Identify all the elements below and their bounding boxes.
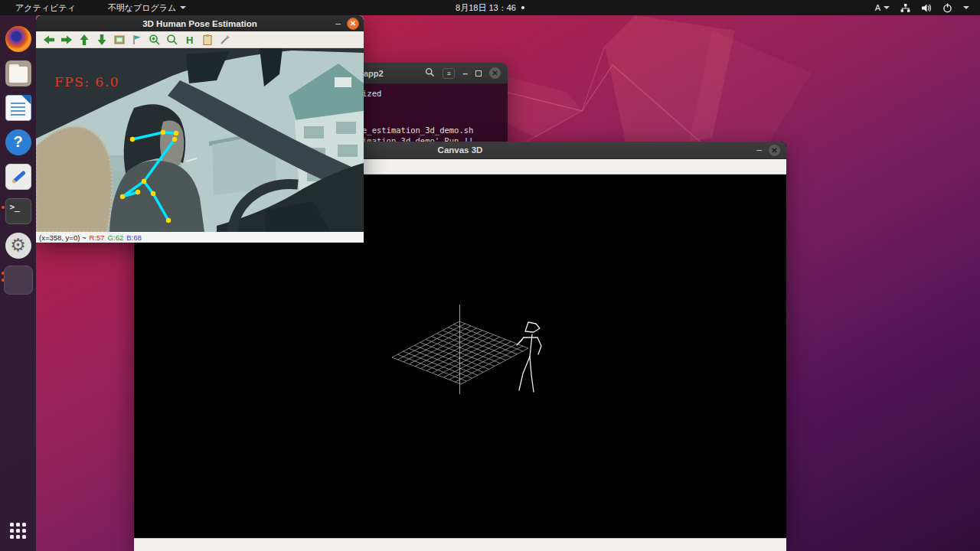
zoom-reset-icon[interactable]: [165, 33, 178, 46]
flag-icon[interactable]: [130, 33, 143, 46]
save-icon[interactable]: H: [183, 33, 196, 46]
maximize-button[interactable]: [475, 70, 482, 77]
show-apps-dot: [16, 529, 20, 533]
settings-launcher[interactable]: [0, 228, 36, 262]
minimize-button[interactable]: –: [756, 145, 762, 155]
pose-title: 3D Human Pose Estimation: [36, 19, 364, 28]
arrow-down-icon[interactable]: [95, 33, 108, 46]
fps-label: FPS: 6.0: [54, 74, 119, 90]
show-apps-dot: [16, 535, 20, 539]
show-apps-dot: [16, 523, 20, 527]
firefox-icon: [5, 26, 31, 52]
desktop: アクティビティ 不明なプログラム 8月18日 13：46 A: [0, 0, 980, 551]
dock-items: [0, 21, 36, 297]
top-bar: アクティビティ 不明なプログラム 8月18日 13：46 A: [0, 0, 980, 15]
close-button[interactable]: ✕: [489, 67, 501, 79]
show-apps-dot: [22, 523, 26, 527]
3d-skeleton-segment: [530, 357, 534, 392]
chevron-down-icon[interactable]: [963, 6, 969, 9]
arrow-right-icon[interactable]: [60, 33, 73, 46]
input-method-indicator[interactable]: A: [875, 3, 890, 12]
terminal-output[interactable]: izede_estimation_3d_demo.shimation 3d de…: [358, 84, 508, 145]
chevron-down-icon: [180, 6, 186, 9]
app-menu-label: 不明なプログラム: [108, 2, 177, 14]
network-icon[interactable]: [900, 3, 910, 13]
notification-dot-icon: [521, 6, 524, 9]
menu-icon[interactable]: ≡: [443, 68, 455, 79]
search-icon[interactable]: [425, 67, 435, 79]
pose-titlebar[interactable]: 3D Human Pose Estimation – ✕: [36, 15, 364, 31]
pose-video-frame[interactable]: FPS: 6.0: [36, 48, 364, 232]
help-icon: [5, 129, 31, 155]
clock-button[interactable]: 8月18日 13：46: [449, 0, 531, 15]
terminal-icon: [5, 198, 31, 224]
terminal-titlebar[interactable]: app2 ≡ – ✕: [358, 63, 508, 84]
terminal-line: e_estimation_3d_demo.sh: [362, 126, 473, 135]
brush-icon[interactable]: [218, 33, 231, 46]
pose-toolbar: H: [36, 31, 364, 48]
3d-skeleton-segment: [525, 322, 540, 332]
terminal-launcher[interactable]: [0, 194, 36, 228]
pixel-green-value: G:62: [108, 233, 124, 242]
text-editor-launcher[interactable]: [0, 159, 36, 194]
terminal-window: app2 ≡ – ✕ izede_estimation_3d_demo.shim…: [358, 63, 508, 145]
pixel-red-value: R:57: [90, 233, 105, 242]
clock-label: 8月18日 13：46: [456, 2, 516, 14]
show-apps-dot: [22, 535, 26, 539]
close-button[interactable]: ✕: [769, 145, 780, 156]
pixel-coords-label: (x=358, y=0) ~: [39, 233, 87, 242]
app-menu[interactable]: 不明なプログラム: [102, 0, 193, 15]
3d-skeleton-segment: [517, 337, 524, 345]
firefox-launcher[interactable]: [0, 21, 36, 56]
activities-button[interactable]: アクティビティ: [9, 0, 82, 15]
libreoffice-writer-icon: [5, 95, 31, 121]
minimize-button[interactable]: –: [462, 68, 468, 79]
3d-skeleton-segment: [537, 337, 541, 354]
clipboard-icon[interactable]: [201, 33, 214, 46]
libreoffice-writer-launcher[interactable]: [0, 90, 36, 125]
show-apps-grid-icon: [10, 523, 26, 539]
arrow-up-icon[interactable]: [77, 33, 90, 46]
save-image-icon[interactable]: [113, 33, 126, 46]
app-window-launcher[interactable]: [0, 262, 36, 297]
text-editor-icon: [5, 164, 31, 190]
chevron-down-icon: [884, 6, 890, 9]
close-button[interactable]: ✕: [347, 18, 359, 30]
files-launcher[interactable]: [0, 56, 36, 90]
help-launcher[interactable]: [0, 125, 36, 159]
pose-window: 3D Human Pose Estimation – ✕ H: [36, 15, 364, 243]
activities-label: アクティビティ: [15, 2, 76, 14]
files-icon: [5, 60, 31, 86]
terminal-title: app2: [364, 69, 384, 78]
show-apps-dot: [10, 535, 14, 539]
pose-statusbar: (x=358, y=0) ~ R:57 G:62 B:68: [36, 232, 364, 243]
input-method-label: A: [875, 3, 880, 12]
terminal-line: ized: [362, 89, 381, 98]
canvas3d-statusbar: [134, 538, 786, 551]
pixel-blue-value: B:68: [126, 233, 142, 242]
dock: [0, 15, 36, 551]
power-icon[interactable]: [942, 3, 952, 13]
running-indicator-dot: [2, 206, 5, 209]
app-window-icon: [4, 266, 33, 295]
svg-text:H: H: [186, 34, 193, 46]
volume-icon[interactable]: [921, 3, 932, 13]
settings-icon: [5, 233, 31, 259]
show-apps-dot: [22, 529, 26, 533]
3d-skeleton-segment: [519, 357, 530, 390]
zoom-in-icon[interactable]: [148, 33, 161, 46]
arrow-left-icon[interactable]: [42, 33, 55, 46]
show-applications-button[interactable]: [0, 514, 36, 548]
show-apps-dot: [10, 523, 14, 527]
show-apps-dot: [10, 529, 14, 533]
minimize-button[interactable]: –: [335, 18, 341, 29]
